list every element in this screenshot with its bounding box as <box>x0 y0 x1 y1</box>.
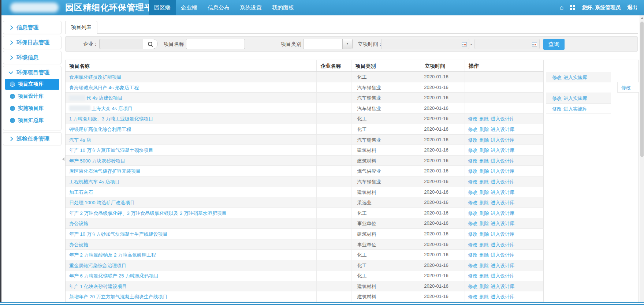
action-delete[interactable]: 删除 <box>479 221 489 226</box>
sidebar-subitem[interactable]: →项目汇总库 <box>5 115 59 126</box>
apps-grid-icon[interactable] <box>570 5 575 10</box>
action-edit[interactable]: 修改 <box>552 75 562 80</box>
action-edit[interactable]: 修改 <box>468 190 477 195</box>
query-button[interactable]: 查询 <box>543 39 565 50</box>
action-edit[interactable]: 修改 <box>468 210 477 216</box>
action-edit[interactable]: 修改 <box>468 221 477 226</box>
action-delete[interactable]: 删除 <box>479 231 489 237</box>
action-enter-design-library[interactable]: 进入设计库 <box>491 294 514 299</box>
project-name-link[interactable]: 办公设施 <box>69 221 88 226</box>
action-enter-design-library[interactable]: 进入设计库 <box>491 137 514 143</box>
top-nav-item-2[interactable]: 企业端 <box>176 0 202 15</box>
action-delete[interactable]: 删除 <box>479 148 489 153</box>
calendar-icon[interactable] <box>532 42 537 46</box>
top-nav-item-5[interactable]: 我的面板 <box>267 0 299 15</box>
action-delete[interactable]: 删除 <box>479 200 489 205</box>
action-edit[interactable]: 修改 <box>468 168 477 174</box>
category-select[interactable]: ▼ <box>303 39 353 49</box>
project-name-link[interactable]: 办公设施 <box>69 242 88 247</box>
project-name-link[interactable]: 库区液化石油气储存扩容充装项目 <box>69 168 141 174</box>
project-name-link[interactable]: 重金属铬污染综合治理项目 <box>69 263 126 268</box>
project-name-link[interactable]: 日处理 1000 吨选矿厂改造项目 <box>69 200 135 205</box>
project-name-link[interactable]: 食用氯化镁技改扩能项目 <box>69 74 122 80</box>
sidebar-subitem[interactable]: →实施项目库 <box>5 103 59 114</box>
project-name-input[interactable] <box>186 39 245 49</box>
sidebar-item[interactable]: 巡检任务管理 <box>3 133 61 145</box>
action-delete[interactable]: 删除 <box>479 284 489 289</box>
action-edit[interactable]: 修改 <box>621 85 631 90</box>
action-edit[interactable]: 修改 <box>468 200 477 205</box>
action-delete[interactable]: 删除 <box>479 179 489 184</box>
action-edit[interactable]: 修改 <box>468 294 477 299</box>
project-name-link[interactable]: 年产 2 万吨氯酸钠及 2 万吨高氯酸钾工程 <box>69 252 156 258</box>
action-delete[interactable]: 删除 <box>479 168 489 174</box>
action-delete[interactable]: 删除 <box>479 158 489 164</box>
action-enter-design-library[interactable]: 进入设计库 <box>491 284 514 289</box>
action-enter-design-library[interactable]: 进入设计库 <box>491 273 514 279</box>
action-delete[interactable]: 删除 <box>479 294 489 299</box>
action-delete[interactable]: 删除 <box>479 273 489 279</box>
project-name-link[interactable]: 上海大众 4s 店项目 <box>92 106 133 111</box>
top-nav-item-4[interactable]: 系统设置 <box>235 0 267 15</box>
project-name-link[interactable]: 年产 1 亿块灰砂砖建设项目 <box>69 284 127 289</box>
scrollbar-thumb[interactable] <box>640 22 644 157</box>
action-enter-implementation-library[interactable]: 进入实施库 <box>563 106 587 112</box>
action-enter-implementation-library[interactable]: 进入实施库 <box>563 96 587 101</box>
action-edit[interactable]: 修改 <box>468 252 477 258</box>
sidebar-item[interactable]: 环保项目管理 <box>3 66 61 79</box>
action-enter-design-library[interactable]: 进入设计库 <box>491 263 514 268</box>
action-enter-design-library[interactable]: 进入设计库 <box>491 158 514 164</box>
action-enter-design-library[interactable]: 进入设计库 <box>491 210 514 216</box>
sidebar-subitem[interactable]: →项目设计库 <box>5 91 59 102</box>
action-edit[interactable]: 修改 <box>468 284 477 289</box>
project-name-link[interactable]: 新增年产 20 万立方加气混凝土砌块生产线项目 <box>69 294 168 299</box>
sidebar-item[interactable]: 环境信息 <box>3 51 61 64</box>
sidebar-item[interactable]: 环保日志管理 <box>3 36 61 49</box>
action-delete[interactable]: 删除 <box>479 137 489 143</box>
date-to-input[interactable] <box>474 39 540 49</box>
top-nav-item-3[interactable]: 信息公布 <box>202 0 235 15</box>
action-delete[interactable]: 删除 <box>479 210 489 216</box>
action-edit[interactable]: 修改 <box>468 242 477 247</box>
action-delete[interactable]: 删除 <box>479 127 489 132</box>
action-delete[interactable]: 删除 <box>479 242 489 247</box>
action-delete[interactable]: 删除 <box>479 190 489 195</box>
action-enter-design-library[interactable]: 进入设计库 <box>491 148 514 153</box>
action-edit[interactable]: 修改 <box>468 179 477 184</box>
project-name-link[interactable]: 1 万吨食用级、3 万吨工业级氯化镁项目 <box>69 116 153 122</box>
sidebar-item[interactable]: 信息管理 <box>3 21 61 34</box>
top-nav-item-1[interactable]: 园区端 <box>149 0 176 15</box>
company-search-button[interactable] <box>143 39 157 49</box>
action-delete[interactable]: 删除 <box>479 263 489 268</box>
date-from-input[interactable] <box>381 39 469 49</box>
action-enter-design-library[interactable]: 进入设计库 <box>491 231 514 237</box>
project-name-link[interactable]: 加工石灰石 <box>69 190 93 195</box>
project-name-link[interactable]: 代 4s 店建设项目 <box>86 95 123 101</box>
action-edit[interactable]: 修改 <box>468 273 477 279</box>
action-enter-design-library[interactable]: 进入设计库 <box>491 252 514 258</box>
action-enter-design-library[interactable]: 进入设计库 <box>491 242 514 247</box>
action-enter-design-library[interactable]: 进入设计库 <box>491 168 514 174</box>
sidebar-subitem[interactable]: →项目立项库 <box>5 79 59 90</box>
action-enter-implementation-library[interactable]: 进入实施库 <box>563 75 587 80</box>
action-delete[interactable]: 删除 <box>479 116 489 122</box>
action-delete[interactable]: 删除 <box>479 252 489 258</box>
company-input[interactable] <box>100 39 143 49</box>
action-edit[interactable]: 修改 <box>468 116 477 122</box>
action-edit[interactable]: 修改 <box>468 158 477 164</box>
action-enter-design-library[interactable]: 进入设计库 <box>491 179 514 184</box>
project-name-link[interactable]: 工程机械汽车 4s 店项目 <box>69 179 120 184</box>
project-name-link[interactable]: 汽车 4s 店 <box>69 137 91 143</box>
logout-link[interactable]: 退出 <box>627 4 637 11</box>
action-edit[interactable]: 修改 <box>468 137 477 143</box>
project-name-link[interactable]: 青海瑞诚东风日产 4s 形象店工程 <box>69 85 139 90</box>
scroll-up-arrow-icon[interactable] <box>641 17 644 19</box>
project-name-link[interactable]: 年产 6 万吨氯化镁联产 25 万吨氯化钙项目 <box>69 273 159 279</box>
project-name-link[interactable]: 年产 2 万吨食品级氯化钾、3 万吨食品级氯化镁以及 2 万吨硝基水溶肥项目 <box>69 210 227 216</box>
action-edit[interactable]: 修改 <box>552 106 562 112</box>
project-name-link[interactable]: 年产 10 万立方砂加气块混凝土生产线建设项目 <box>69 231 168 237</box>
home-icon[interactable]: ⌂ <box>560 4 563 11</box>
tab-project-list[interactable]: 项目列表 <box>65 21 97 34</box>
action-enter-design-library[interactable]: 进入设计库 <box>491 221 514 226</box>
action-edit[interactable]: 修改 <box>468 127 477 132</box>
